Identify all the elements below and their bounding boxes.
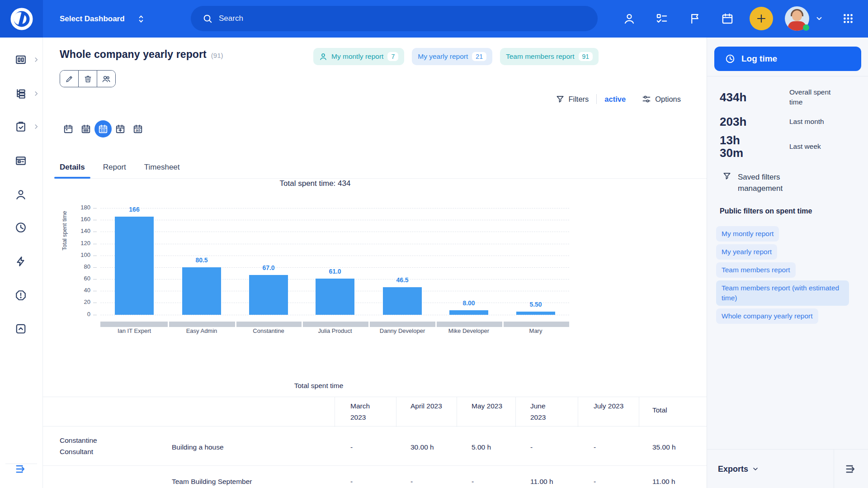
report-toolbar: [60, 70, 116, 87]
filters-divider: [596, 94, 597, 104]
chip-label: Team members report: [506, 52, 575, 61]
stat-value: 434h: [720, 91, 778, 104]
page-count: (91): [211, 52, 223, 59]
scrollbar-separator: [368, 322, 370, 327]
bar-constantine[interactable]: [249, 275, 288, 315]
status-dot: [803, 24, 809, 31]
report-chip-2[interactable]: Team members report91: [500, 48, 599, 65]
log-time-button[interactable]: Log time: [714, 47, 861, 71]
y-axis-tick-label: 0: [68, 311, 90, 317]
sidebar-tasks-clipboard-icon[interactable]: [15, 121, 27, 133]
report-chips: My montly report7My yearly report21Team …: [313, 48, 599, 65]
sidebar-projects-tree-icon[interactable]: [15, 88, 27, 99]
bar-value-label: 166: [115, 206, 154, 213]
bar-mary[interactable]: [516, 312, 555, 315]
saved-filter-pill-4[interactable]: Whole company yearly report: [716, 308, 818, 324]
public-filters-list: My montly reportMy yearly reportTeam mem…: [716, 226, 849, 324]
header-separator: [578, 397, 578, 427]
chart-gridline: [100, 220, 569, 220]
sidebar-time-clock-icon[interactable]: [15, 222, 27, 233]
saved-filter-pill-2[interactable]: Team members report: [716, 262, 796, 278]
filters-label[interactable]: Filters: [568, 95, 589, 104]
table-cell: -: [530, 441, 533, 453]
report-chip-1[interactable]: My yearly report21: [412, 48, 492, 65]
range-year-365-icon[interactable]: 365: [129, 120, 147, 137]
range-custom-add-icon[interactable]: [112, 120, 129, 137]
sidebar-projects-chevron-icon[interactable]: [33, 90, 39, 97]
report-chip-0[interactable]: My montly report7: [313, 48, 404, 65]
saved-filters-management[interactable]: Saved filters management: [722, 171, 819, 194]
dashboard-selector[interactable]: Select Dashboard: [60, 0, 146, 38]
sidebar-people-icon[interactable]: [15, 189, 27, 200]
bar-julia-product[interactable]: [316, 279, 354, 315]
stat-label: Last week: [789, 142, 844, 152]
search-bar[interactable]: [191, 6, 598, 31]
tab-report[interactable]: Report: [103, 156, 126, 179]
left-sidebar: [0, 38, 43, 488]
dashboard-selector-label: Select Dashboard: [60, 14, 125, 24]
y-axis-tick-mark: [93, 232, 97, 232]
apps-grid-icon[interactable]: [842, 13, 854, 24]
delete-button[interactable]: [79, 71, 97, 87]
y-axis-tick-mark: [93, 303, 97, 303]
sidebar-archive-collapse-icon[interactable]: [15, 323, 27, 335]
flag-icon[interactable]: [689, 13, 701, 25]
sidebar-activity-bolt-icon[interactable]: [15, 256, 27, 267]
bar-easy-admin[interactable]: [182, 267, 221, 315]
app-logo[interactable]: [0, 0, 43, 38]
saved-filter-pill-1[interactable]: My yearly report: [716, 244, 777, 260]
plus-icon: [750, 7, 773, 30]
bar-danny-developer[interactable]: [383, 287, 422, 315]
table-cell: 35.00 h: [652, 441, 676, 453]
y-axis-tick-mark: [93, 208, 97, 208]
add-button[interactable]: [750, 7, 773, 30]
range-day-icon[interactable]: [60, 120, 77, 137]
options-label: Options: [655, 95, 681, 104]
sidebar-boards-icon[interactable]: [15, 155, 27, 166]
table-cell: -: [410, 476, 413, 487]
exports-button[interactable]: Exports: [718, 450, 759, 488]
sidebar-dashboards-chevron-icon[interactable]: [33, 57, 39, 63]
tab-timesheet[interactable]: Timesheet: [144, 156, 180, 179]
chart-title: Total spent time: 434: [207, 179, 424, 188]
share-users-button[interactable]: [97, 71, 115, 87]
search-input[interactable]: [218, 14, 491, 24]
calendar-icon[interactable]: [722, 13, 734, 25]
saved-filter-pill-3[interactable]: Team members report (with estimated time…: [716, 280, 849, 306]
range-week-icon[interactable]: [77, 120, 95, 137]
chip-count-badge: 7: [387, 52, 398, 61]
bar-ian-it-expert[interactable]: [115, 217, 154, 315]
profile-person-icon[interactable]: [623, 13, 636, 25]
sidebar-alerts-icon[interactable]: [15, 289, 27, 301]
y-axis-tick-mark: [93, 315, 97, 315]
bar-mike-developer[interactable]: [449, 310, 488, 315]
chart-scrollbar[interactable]: [100, 322, 569, 327]
page-head: Whole company yearly report (91): [60, 48, 223, 61]
chevron-down-icon: [752, 465, 759, 473]
options-button[interactable]: Options: [642, 95, 681, 104]
tab-details[interactable]: Details: [60, 156, 85, 179]
panel-collapse-icon[interactable]: [844, 463, 857, 475]
profile-chevron-down-icon[interactable]: [815, 14, 823, 23]
date-range-icons: 365: [60, 120, 146, 137]
table-title: Total spent time: [251, 382, 387, 390]
svg-text:365: 365: [135, 129, 140, 132]
tasks-checklist-icon[interactable]: [656, 13, 668, 25]
edit-button[interactable]: [60, 71, 79, 87]
stat-label: Overall spent time: [789, 87, 844, 107]
filters-active-link[interactable]: active: [604, 95, 626, 104]
x-axis-label: Easy Admin: [170, 327, 233, 334]
footer-divider: [834, 450, 834, 488]
filter-funnel-icon[interactable]: [556, 95, 565, 104]
range-month-icon[interactable]: [94, 120, 112, 137]
stat-row: 203hLast month: [720, 113, 855, 131]
sidebar-tasks-chevron-icon[interactable]: [33, 123, 39, 130]
row-item-name: Building a house: [172, 441, 224, 453]
sidebar-dashboards-icon[interactable]: [15, 54, 27, 66]
x-axis-label: Ian IT Expert: [103, 327, 166, 334]
sidebar-expand-icon[interactable]: [14, 463, 27, 475]
saved-filter-pill-0[interactable]: My montly report: [716, 226, 779, 242]
y-axis-tick-label: 180: [68, 204, 90, 211]
bar-value-label: 67.0: [249, 264, 288, 271]
selector-sort-chevrons-icon: [137, 14, 146, 24]
